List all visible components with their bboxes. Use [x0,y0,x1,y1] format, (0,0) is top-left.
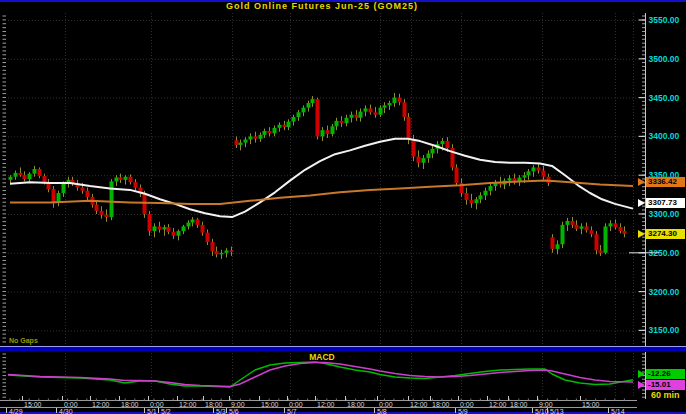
svg-text:18:00: 18:00 [347,401,365,408]
svg-text:5/8: 5/8 [377,408,387,414]
svg-text:5/9: 5/9 [458,408,468,414]
svg-text:3150.00: 3150.00 [649,325,680,335]
svg-text:0:00: 0:00 [379,401,393,408]
svg-text:9:00: 9:00 [539,401,553,408]
svg-text:0:00: 0:00 [150,401,164,408]
svg-text:0:00: 0:00 [289,401,303,408]
svg-text:0:00: 0:00 [64,401,78,408]
interval-label: 60 min [651,390,680,400]
svg-text:5/10: 5/10 [535,408,549,414]
svg-text:3300.00: 3300.00 [649,209,680,219]
svg-text:9:00: 9:00 [231,401,245,408]
svg-text:4/29: 4/29 [9,408,23,414]
macd-signal-value-tag-arrow-icon [638,381,645,389]
ma-fast-tag-arrow-icon [638,199,645,207]
last-price-tag: 3274.30 [646,229,685,239]
svg-text:12:00: 12:00 [179,401,197,408]
svg-text:3200.00: 3200.00 [649,287,680,297]
svg-text:12:00: 12:00 [92,401,110,408]
svg-text:18:00: 18:00 [121,401,139,408]
svg-text:15:00: 15:00 [261,401,279,408]
svg-text:12:00: 12:00 [410,401,428,408]
svg-text:15:00: 15:00 [582,401,600,408]
svg-text:12:00: 12:00 [489,401,507,408]
ma-slow-tag-arrow-icon [638,178,645,186]
svg-text:3550.00: 3550.00 [649,15,680,25]
svg-text:5/13: 5/13 [550,408,564,414]
symbol-title: Gold Online Futures Jun-25 (GOM25) [8,1,636,11]
svg-text:5/1: 5/1 [147,408,157,414]
svg-text:18:00: 18:00 [510,401,528,408]
chart-window: 3550.003500.003450.003400.003350.003300.… [0,0,686,414]
svg-text:15:00: 15:00 [24,401,42,408]
svg-text:5/6: 5/6 [229,408,239,414]
macd-signal-value-tag: -15.01 [646,380,685,390]
macd-value-tag-arrow-icon [638,370,645,378]
last-price-tag-arrow-icon [638,230,645,238]
svg-text:5/2: 5/2 [161,408,171,414]
svg-text:18:00: 18:00 [205,401,223,408]
svg-text:5/7: 5/7 [287,408,297,414]
svg-text:5/3: 5/3 [216,408,226,414]
ma-slow-price-tag: 3336.42 [646,177,685,187]
svg-text:4/30: 4/30 [59,408,73,414]
svg-text:3400.00: 3400.00 [649,131,680,141]
ma-fast-price-tag: 3307.73 [646,198,685,208]
svg-text:3450.00: 3450.00 [649,93,680,103]
svg-text:18:00: 18:00 [432,401,450,408]
no-gaps-label: No Gaps [9,337,38,344]
svg-text:0:00: 0:00 [460,401,474,408]
svg-text:12:00: 12:00 [317,401,335,408]
svg-text:5/14: 5/14 [611,408,625,414]
price-axis-labels: 3550.003500.003450.003400.003350.003300.… [649,15,680,335]
svg-text:3500.00: 3500.00 [649,54,680,64]
macd-value-tag: -12.26 [646,369,685,379]
macd-indicator-label: MACD [8,352,636,362]
